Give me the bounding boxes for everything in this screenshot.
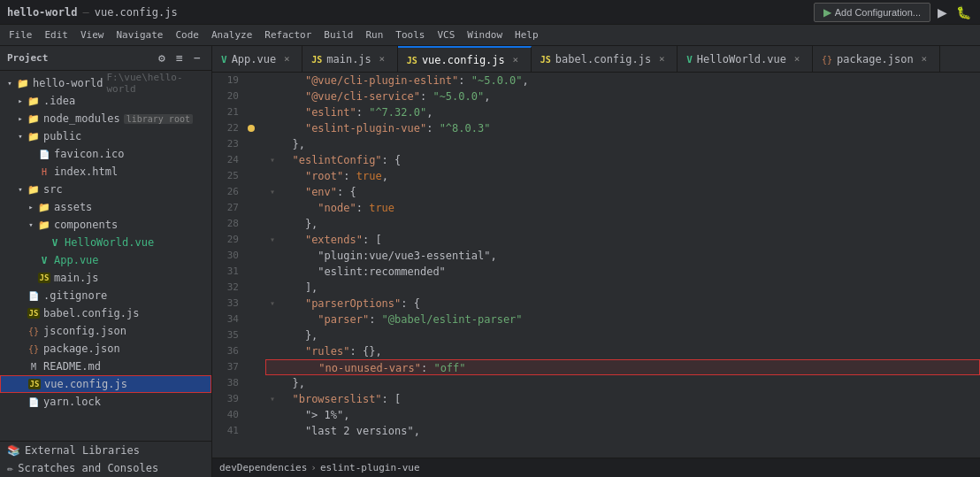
tab-vue-config-js[interactable]: JSvue.config.js×	[398, 46, 532, 73]
menu-item-edit[interactable]: Edit	[40, 27, 74, 42]
code-line-22: "eslint-plugin-vue": "^8.0.3"	[265, 120, 980, 136]
tab-close-babel-config-js[interactable]: ×	[655, 53, 668, 65]
run-button[interactable]: ▶	[932, 3, 952, 22]
tree-item-node_modules[interactable]: ▸📁node_moduleslibrary root	[0, 110, 211, 127]
sidebar-icon-gear[interactable]: ⚙	[155, 51, 169, 65]
gutter-28	[244, 216, 258, 232]
tree-icon-idea: 📁	[27, 94, 41, 108]
menu-item-run[interactable]: Run	[360, 27, 388, 42]
sidebar-icon-close[interactable]: −	[190, 51, 204, 65]
code-area[interactable]: "@vue/cli-plugin-eslint": "~5.0.0", "@vu…	[258, 73, 980, 458]
tab-helloworld-vue[interactable]: VHelloWorld.vue×	[678, 46, 813, 73]
tree-item-helloworld[interactable]: VHelloWorld.vue	[0, 234, 211, 251]
tree-icon-yarn-lock: 📄	[27, 395, 41, 409]
tab-close-package-json[interactable]: ×	[918, 53, 930, 65]
tab-label-app-vue: App.vue	[232, 53, 277, 65]
tree-item-readme[interactable]: MREADME.md	[0, 358, 211, 375]
gutter-38	[244, 375, 258, 391]
debug-button[interactable]: 🐛	[953, 3, 973, 22]
tree-arrow-root: ▾	[4, 79, 16, 88]
tree-item-app-vue-tree[interactable]: VApp.vue	[0, 251, 211, 269]
tree-item-index-html[interactable]: Hindex.html	[0, 163, 211, 181]
tab-close-main-js[interactable]: ×	[376, 53, 388, 65]
tree-item-root[interactable]: ▾📁hello-worldF:\vue\hello-world	[0, 74, 211, 92]
fold-icon-39[interactable]: ▾	[265, 391, 279, 407]
menu-item-vcs[interactable]: VCS	[432, 27, 460, 42]
fold-icon-26[interactable]: ▾	[265, 184, 279, 200]
tree-item-favicon[interactable]: 📄favicon.ico	[0, 145, 211, 163]
tree-label-index-html: index.html	[54, 165, 118, 178]
tree-icon-jsconfig: {}	[27, 324, 41, 338]
fold-icon-24[interactable]: ▾	[265, 152, 279, 168]
tab-label-vue-config-js: vue.config.js	[422, 54, 505, 66]
fold-icon-33[interactable]: ▾	[265, 296, 279, 312]
line-number-33: 33	[212, 296, 239, 312]
add-config-icon: ▶	[823, 6, 831, 19]
tree-label-gitignore: .gitignore	[43, 289, 107, 302]
menu-item-build[interactable]: Build	[318, 27, 358, 42]
tab-app-vue[interactable]: VApp.vue×	[212, 46, 302, 73]
tree-item-package-json-tree[interactable]: {}package.json	[0, 340, 211, 358]
code-text-19: "@vue/cli-plugin-eslint": "~5.0.0",	[279, 74, 529, 87]
tree-label-main-js-tree: main.js	[54, 272, 99, 284]
tree-item-idea[interactable]: ▸📁.idea	[0, 92, 211, 110]
tab-close-helloworld-vue[interactable]: ×	[791, 53, 803, 65]
tree-arrow-idea: ▸	[14, 96, 27, 105]
footer-item-scratches[interactable]: ✏️Scratches and Consoles	[0, 459, 211, 477]
menu-item-navigate[interactable]: Navigate	[111, 27, 169, 42]
code-line-19: "@vue/cli-plugin-eslint": "~5.0.0",	[265, 73, 980, 88]
tree-label-jsconfig: jsconfig.json	[43, 325, 126, 337]
tree-item-jsconfig[interactable]: {}jsconfig.json	[0, 322, 211, 340]
tree-label-vue-config-tree: vue.config.js	[44, 378, 127, 390]
menu-item-refactor[interactable]: Refactor	[259, 27, 317, 42]
tab-babel-config-js[interactable]: JSbabel.config.js×	[532, 46, 678, 73]
code-text-35: },	[279, 329, 318, 342]
breadcrumb-separator: ›	[310, 462, 317, 473]
footer-icon-external-libraries: 📚	[7, 444, 20, 457]
gutter-35	[244, 327, 258, 343]
tree-label-components: components	[54, 219, 118, 231]
tree-item-public[interactable]: ▾📁public	[0, 127, 211, 145]
tab-main-js[interactable]: JSmain.js×	[302, 46, 398, 73]
tree-item-src[interactable]: ▾📁src	[0, 181, 211, 198]
menu-item-code[interactable]: Code	[170, 27, 204, 42]
footer-icon-scratches: ✏️	[7, 462, 13, 474]
line-number-31: 31	[212, 264, 239, 280]
menu-item-help[interactable]: Help	[509, 27, 544, 42]
code-text-20: "@vue/cli-service": "~5.0.0",	[279, 90, 490, 103]
tree-item-components[interactable]: ▾📁components	[0, 216, 211, 234]
tree-item-babel-config-tree[interactable]: JSbabel.config.js	[0, 304, 211, 322]
gutter-32	[244, 280, 258, 296]
add-configuration-button[interactable]: ▶ Add Configuration...	[814, 3, 930, 22]
tree-item-vue-config-tree[interactable]: JSvue.config.js	[0, 375, 211, 393]
code-line-23: },	[265, 136, 980, 152]
menu-item-file[interactable]: File	[4, 27, 38, 42]
code-line-34: "parser": "@babel/eslint-parser"	[265, 312, 980, 327]
footer-item-external-libraries[interactable]: 📚External Libraries	[0, 442, 211, 459]
tree-label-readme: README.md	[43, 360, 101, 373]
tab-package-json[interactable]: {}package.json×	[813, 46, 940, 73]
menu-item-window[interactable]: Window	[462, 27, 508, 42]
tab-close-app-vue[interactable]: ×	[280, 53, 293, 65]
main-layout: Project ⚙ ≡ − ▾📁hello-worldF:\vue\hello-…	[0, 46, 980, 477]
tree-item-yarn-lock[interactable]: 📄yarn.lock	[0, 393, 211, 411]
code-line-33: ▾ "parserOptions": {	[265, 296, 980, 312]
tree-arrow-src: ▾	[14, 185, 27, 194]
tree-icon-readme: M	[27, 359, 41, 373]
menu-item-analyze[interactable]: Analyze	[206, 27, 257, 42]
editor[interactable]: 1920212223242526272829303132333435363738…	[212, 73, 980, 458]
tree-arrow-assets: ▸	[25, 203, 37, 212]
tree-item-main-js-tree[interactable]: JSmain.js	[0, 269, 211, 287]
line-number-41: 41	[212, 423, 239, 439]
breadcrumb-item-1: devDependencies	[219, 462, 307, 473]
fold-icon-29[interactable]: ▾	[265, 232, 279, 248]
tree-arrow-components: ▾	[25, 220, 37, 229]
tree-item-gitignore[interactable]: 📄.gitignore	[0, 287, 211, 304]
gutter-19	[244, 73, 258, 88]
menu-item-tools[interactable]: Tools	[390, 27, 430, 42]
menu-item-view[interactable]: View	[75, 27, 110, 42]
tab-close-vue-config-js[interactable]: ×	[509, 54, 522, 66]
line-number-32: 32	[212, 280, 239, 296]
sidebar-icon-collapse[interactable]: ≡	[172, 51, 187, 65]
tree-item-assets[interactable]: ▸📁assets	[0, 198, 211, 216]
